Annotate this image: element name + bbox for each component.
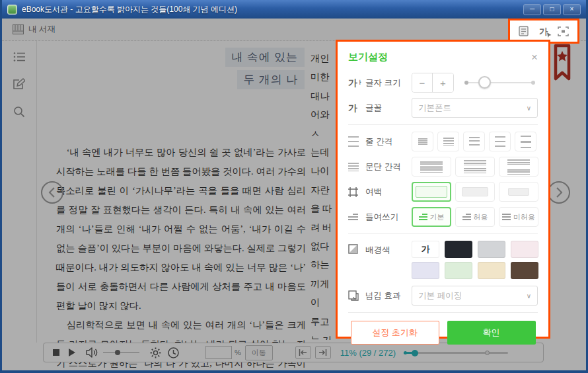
divider bbox=[348, 124, 538, 125]
indent-option-label: 미허용 bbox=[513, 212, 535, 222]
paragraph-spacing-label: 문단 간격 bbox=[365, 161, 412, 173]
line-spacing-label: 줄 간격 bbox=[365, 136, 412, 147]
line-spacing-icon bbox=[348, 136, 365, 147]
background-color-icon bbox=[348, 244, 365, 254]
line-spacing-option-4[interactable] bbox=[489, 132, 511, 151]
font-size-slider[interactable] bbox=[466, 82, 534, 83]
line-spacing-option-3[interactable] bbox=[463, 132, 485, 151]
paragraph-spacing-icon bbox=[348, 163, 365, 171]
cursor-icon bbox=[547, 32, 552, 38]
confirm-button[interactable]: 확인 bbox=[447, 321, 536, 345]
bg-swatch-label: 가 bbox=[422, 243, 430, 255]
page-effect-dropdown[interactable]: 기본 페이징 ∨ bbox=[412, 286, 538, 306]
app-icon bbox=[7, 5, 17, 15]
font-size-decrease-button[interactable]: − bbox=[412, 73, 433, 92]
reset-settings-button[interactable]: 설정 초기화 bbox=[351, 321, 439, 345]
font-size-stepper: − + bbox=[412, 73, 454, 93]
app-window: eBook도서관 - 고요할수록 밝아지는 것들(100쇄 기념 에디션) ─ … bbox=[0, 0, 588, 373]
font-family-dropdown[interactable]: 기본폰트 ∨ bbox=[412, 98, 538, 118]
margin-label: 여백 bbox=[365, 186, 412, 198]
margin-row: 여백 bbox=[348, 182, 538, 202]
indent-option-default-selected[interactable]: 기본 bbox=[412, 207, 451, 227]
close-panel-icon[interactable]: × bbox=[531, 52, 538, 63]
paragraph-spacing-row: 문단 간격 bbox=[348, 157, 538, 177]
slider-start-dot bbox=[464, 81, 468, 85]
line-spacing-option-5[interactable] bbox=[515, 132, 536, 151]
indent-row: 들여쓰기 기본 허용 미허용 bbox=[348, 207, 538, 227]
font-settings-icon[interactable]: 가 bbox=[539, 27, 548, 36]
indent-label: 들여쓰기 bbox=[365, 212, 412, 223]
font-family-value: 기본폰트 bbox=[418, 103, 451, 114]
margin-option-2[interactable] bbox=[455, 182, 495, 202]
divider bbox=[348, 312, 538, 313]
line-spacing-row: 줄 간격 bbox=[348, 132, 538, 151]
bg-swatch-green[interactable] bbox=[445, 262, 472, 279]
font-size-label: 글자 크기 bbox=[365, 77, 412, 89]
slider-end-dot bbox=[531, 81, 535, 85]
paragraph-spacing-option-3[interactable] bbox=[499, 157, 538, 177]
font-family-label: 글꼴 bbox=[365, 103, 412, 114]
bg-swatch-white[interactable]: 가 bbox=[412, 241, 439, 258]
maximize-button[interactable]: □ bbox=[543, 4, 561, 15]
line-spacing-option-2[interactable] bbox=[437, 132, 459, 151]
font-size-increase-button[interactable]: + bbox=[433, 73, 453, 92]
titlebar: eBook도서관 - 고요할수록 밝아지는 것들(100쇄 기념 에디션) ─ … bbox=[2, 0, 586, 19]
fullscreen-icon[interactable] bbox=[558, 26, 569, 36]
indent-option-disallow[interactable]: 미허용 bbox=[499, 207, 538, 227]
font-size-icon: 가ㅏ bbox=[348, 78, 365, 87]
font-family-row: 가 글꼴 기본폰트 ∨ bbox=[348, 98, 538, 118]
font-size-knob[interactable] bbox=[478, 76, 491, 89]
indent-option-label: 허용 bbox=[474, 212, 488, 222]
view-settings-panel: 보기설정 × 가ㅏ 글자 크기 − + bbox=[336, 40, 550, 339]
page-effect-label: 넘김 효과 bbox=[365, 290, 412, 302]
paragraph-spacing-option-2[interactable] bbox=[455, 157, 495, 177]
window-title: eBook도서관 - 고요할수록 밝아지는 것들(100쇄 기념 에디션) bbox=[22, 4, 237, 15]
chevron-down-icon: ∨ bbox=[527, 292, 531, 300]
font-size-row: 가ㅏ 글자 크기 − + bbox=[348, 73, 538, 93]
bg-swatch-lavender[interactable] bbox=[412, 262, 439, 279]
bg-swatch-brown[interactable] bbox=[511, 262, 538, 279]
viewer-settings-icon[interactable] bbox=[519, 26, 529, 37]
margin-option-1-selected[interactable] bbox=[412, 182, 451, 202]
bg-swatch-pink[interactable] bbox=[511, 241, 538, 258]
bg-swatch-black[interactable] bbox=[445, 241, 472, 258]
divider bbox=[348, 233, 538, 234]
background-color-label: 배경색 bbox=[365, 245, 412, 256]
paragraph-spacing-option-1[interactable] bbox=[412, 157, 451, 177]
indent-option-allow[interactable]: 허용 bbox=[455, 207, 495, 227]
background-color-row: 배경색 가 bbox=[348, 241, 538, 279]
app-content: 내 서재 내 속에 있는 두 개의 나 ‘내 bbox=[2, 19, 586, 370]
close-button[interactable]: × bbox=[563, 4, 581, 15]
indent-option-label: 기본 bbox=[430, 212, 445, 222]
minimize-button[interactable]: ─ bbox=[523, 4, 541, 15]
page-effect-value: 기본 페이징 bbox=[418, 290, 462, 302]
page-effect-icon bbox=[348, 290, 365, 301]
margin-icon bbox=[348, 187, 365, 197]
font-family-icon: 가 bbox=[348, 103, 365, 112]
bg-swatch-beige[interactable] bbox=[478, 262, 505, 279]
chevron-down-icon: ∨ bbox=[527, 104, 531, 112]
page-effect-row: 넘김 효과 기본 페이징 ∨ bbox=[348, 286, 538, 306]
panel-title: 보기설정 bbox=[348, 51, 388, 63]
margin-option-3[interactable] bbox=[499, 182, 538, 202]
line-spacing-option-1[interactable] bbox=[412, 132, 433, 151]
bg-swatch-gray[interactable] bbox=[478, 241, 505, 258]
indent-icon bbox=[348, 214, 365, 220]
